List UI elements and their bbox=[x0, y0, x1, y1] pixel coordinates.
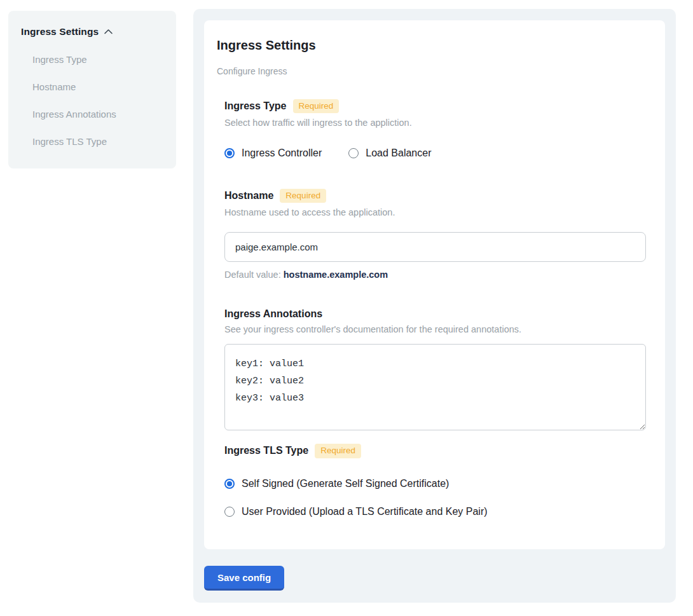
required-badge: Required bbox=[280, 189, 326, 203]
radio-label[interactable]: Self Signed (Generate Self Signed Certif… bbox=[242, 478, 449, 489]
annotations-textarea[interactable]: key1: value1 key2: value2 key3: value3 bbox=[224, 344, 646, 430]
radio-option-self-signed[interactable]: Self Signed (Generate Self Signed Certif… bbox=[224, 478, 646, 489]
radio-unselected-icon[interactable] bbox=[348, 148, 359, 158]
radio-unselected-icon[interactable] bbox=[224, 507, 235, 517]
default-prefix: Default value: bbox=[224, 270, 284, 280]
sidebar-group-title: Ingress Settings bbox=[21, 26, 99, 38]
radio-selected-icon[interactable] bbox=[224, 148, 235, 158]
radio-label[interactable]: Ingress Controller bbox=[242, 147, 322, 159]
tls-type-radio-group: Self Signed (Generate Self Signed Certif… bbox=[224, 478, 646, 517]
hostname-label: Hostname bbox=[224, 190, 273, 202]
section-ingress-tls-type: Ingress TLS Type Required Self Signed (G… bbox=[224, 444, 646, 517]
section-ingress-type: Ingress Type Required Select how traffic… bbox=[224, 99, 646, 159]
hostname-description: Hostname used to access the application. bbox=[224, 207, 646, 217]
annotations-description: See your ingress controller's documentat… bbox=[224, 324, 646, 334]
tls-type-label: Ingress TLS Type bbox=[224, 445, 308, 456]
ingress-type-description: Select how traffic will ingress to the a… bbox=[224, 118, 646, 128]
section-ingress-annotations: Ingress Annotations See your ingress con… bbox=[224, 308, 646, 430]
default-value: hostname.example.com bbox=[284, 270, 388, 280]
radio-option-load-balancer[interactable]: Load Balancer bbox=[348, 147, 431, 159]
required-badge: Required bbox=[315, 444, 361, 458]
radio-option-user-provided[interactable]: User Provided (Upload a TLS Certificate … bbox=[224, 506, 646, 517]
page-subtitle: Configure Ingress bbox=[217, 66, 646, 76]
sidebar-item-ingress-type[interactable]: Ingress Type bbox=[32, 54, 163, 65]
ingress-type-label: Ingress Type bbox=[224, 100, 287, 112]
section-hostname: Hostname Required Hostname used to acces… bbox=[224, 189, 646, 280]
sidebar-group-ingress-settings[interactable]: Ingress Settings bbox=[21, 26, 163, 38]
annotations-label: Ingress Annotations bbox=[224, 308, 322, 320]
required-badge: Required bbox=[293, 99, 340, 113]
chevron-up-icon bbox=[104, 28, 113, 36]
sidebar-nav: Ingress Type Hostname Ingress Annotation… bbox=[32, 54, 163, 147]
ingress-settings-card: Ingress Settings Configure Ingress Ingre… bbox=[204, 20, 665, 549]
radio-label[interactable]: User Provided (Upload a TLS Certificate … bbox=[242, 506, 488, 517]
hostname-input[interactable] bbox=[224, 232, 646, 262]
sidebar-item-ingress-annotations[interactable]: Ingress Annotations bbox=[32, 109, 163, 120]
form-sections: Ingress Type Required Select how traffic… bbox=[224, 99, 646, 517]
settings-sidebar: Ingress Settings Ingress Type Hostname I… bbox=[8, 11, 176, 168]
sidebar-item-hostname[interactable]: Hostname bbox=[32, 81, 163, 92]
radio-option-ingress-controller[interactable]: Ingress Controller bbox=[224, 147, 322, 159]
radio-label[interactable]: Load Balancer bbox=[366, 147, 431, 159]
page-title: Ingress Settings bbox=[217, 38, 646, 53]
sidebar-item-ingress-tls-type[interactable]: Ingress TLS Type bbox=[32, 136, 163, 147]
settings-panel: Ingress Settings Configure Ingress Ingre… bbox=[193, 9, 676, 603]
hostname-default-note: Default value: hostname.example.com bbox=[224, 270, 646, 280]
radio-selected-icon[interactable] bbox=[224, 479, 235, 489]
save-config-button[interactable]: Save config bbox=[204, 566, 284, 591]
ingress-type-radio-group: Ingress Controller Load Balancer bbox=[224, 147, 646, 159]
